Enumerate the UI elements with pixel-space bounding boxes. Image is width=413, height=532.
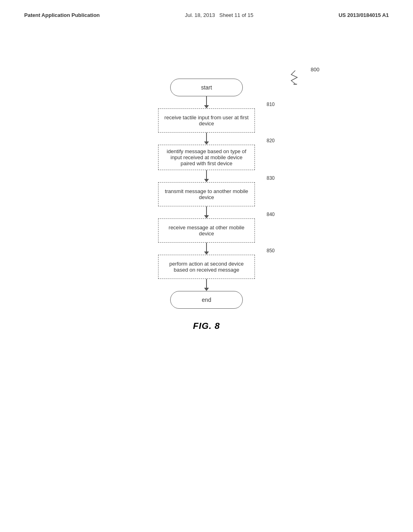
- page-header: Patent Application Publication Jul. 18, …: [0, 0, 413, 18]
- arrow-2: [204, 133, 209, 145]
- step-840-node: 840 receive message at other mobile devi…: [158, 218, 255, 243]
- zigzag-icon: [283, 69, 307, 85]
- arrow-4: [204, 206, 209, 218]
- header-date: Jul. 18, 2013: [185, 12, 215, 18]
- step-810-node: 810 receive tactile input from user at f…: [158, 108, 255, 133]
- arrow-6: [204, 279, 209, 291]
- header-date-sheet: Jul. 18, 2013 Sheet 11 of 15: [185, 12, 253, 18]
- step-810-label: 810: [267, 102, 275, 107]
- arrow-5: [204, 243, 209, 255]
- header-patent-number: US 2013/0184015 A1: [338, 12, 389, 18]
- step-820-node: 820 identify message based on type of in…: [158, 145, 255, 170]
- diagram-container: 800 start 810 receive tactile input from…: [0, 79, 413, 331]
- header-publication-label: Patent Application Publication: [24, 12, 100, 18]
- arrow-1: [204, 96, 209, 108]
- step-850-label: 850: [267, 248, 275, 254]
- ref-800-label: 800: [311, 66, 319, 73]
- step-840-label: 840: [267, 212, 275, 217]
- step-820-label: 820: [267, 138, 275, 143]
- step-830-node: 830 transmit message to another mobile d…: [158, 182, 255, 206]
- arrow-3: [204, 170, 209, 182]
- step-850-node: 850 perform action at second device base…: [158, 255, 255, 279]
- header-sheet: Sheet 11 of 15: [219, 12, 254, 18]
- start-node: start: [170, 79, 243, 96]
- figure-label: FIG. 8: [193, 321, 220, 331]
- flowchart-wrapper: 800 start 810 receive tactile input from…: [146, 79, 267, 309]
- flowchart: start 810 receive tactile input from use…: [146, 79, 267, 309]
- step-830-label: 830: [267, 175, 275, 181]
- end-node: end: [170, 291, 243, 309]
- svg-marker-0: [293, 84, 297, 85]
